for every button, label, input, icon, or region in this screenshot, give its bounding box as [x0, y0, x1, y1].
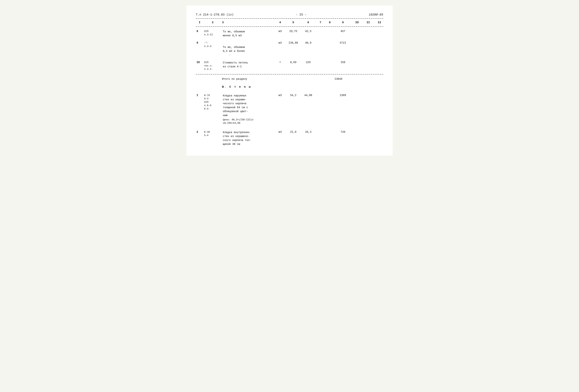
- row-8-val5: IO,75: [286, 29, 301, 33]
- row-8-val12: [374, 29, 385, 30]
- col-header-6: 6: [301, 21, 316, 24]
- row-s3-2-num: 2: [196, 130, 203, 134]
- row-s3-1-val8: [325, 93, 335, 94]
- row-10-desc: Стоимость петель из стали А-I: [222, 60, 275, 69]
- row-s3-1-code: 8-76 9-3 ССП п.6-6 6-4: [203, 93, 222, 111]
- row-8-num: 8: [196, 29, 203, 33]
- row-8-val11: [362, 29, 374, 30]
- row-9-val10: [351, 41, 362, 42]
- row-9-code: -"- п.3-3: [203, 41, 222, 49]
- row-10-val5: 0,69: [286, 60, 301, 64]
- col-header-3: 3: [222, 21, 275, 24]
- row-s3-1-unit: м3: [275, 93, 286, 97]
- row-s3-2-val7: [316, 130, 325, 131]
- top-dashed-line: [196, 18, 383, 19]
- row-8-desc: То же, объемом менее 0,5 м3: [222, 29, 275, 38]
- row-s3-1-val12: [374, 93, 385, 94]
- header-center: - I5 -: [296, 13, 307, 16]
- row-s3-2-unit: м3: [275, 130, 286, 134]
- col-header-1: I: [196, 21, 203, 24]
- row-s3-1-num: I: [196, 93, 203, 97]
- row-s3-1-val9: 2389: [335, 93, 351, 97]
- page-header: Т.п 214-1-270.83 (iv) - I5 - 19200-85: [196, 13, 383, 16]
- row-s3-1-val10: [351, 93, 362, 94]
- page-container: Т.п 214-1-270.83 (iv) - I5 - 19200-85 I …: [186, 6, 393, 156]
- mid-dashed-line: [196, 74, 383, 74]
- table-row: 9 -"- п.3-3 То же, объемом 0,5 м3 и боле…: [196, 40, 383, 59]
- row-8-val10: [351, 29, 362, 30]
- row-s3-2-val5: 2I,0: [286, 130, 301, 134]
- row-8-val9: 457: [335, 29, 351, 33]
- row-s3-1-val7: [316, 93, 325, 94]
- row-s3-1-note: Цена: 40,3+(I58-I22)х х0,I05=44,08: [223, 117, 274, 125]
- row-8-val8: [325, 29, 335, 30]
- col-header-5: 5: [286, 21, 301, 24]
- row-8-unit: м3: [275, 29, 286, 33]
- header-right: 19200-85: [369, 13, 383, 16]
- row-9-val12: [374, 41, 385, 42]
- row-10-val6: 229: [301, 60, 316, 64]
- row-10-val11: [362, 60, 374, 61]
- column-headers: I 2 3 4 5 6 7 8 9 IO II I2: [196, 20, 383, 25]
- row-10-code: ССП тех.ч. п.3.I.: [203, 60, 222, 71]
- col-header-11: II: [362, 21, 374, 24]
- table-row: I 8-76 9-3 ССП п.6-6 6-4 Кладка наружных…: [196, 92, 383, 127]
- row-9-unit: м3: [275, 41, 286, 45]
- row-s3-1-val11: [362, 93, 374, 94]
- table-row: 2 8-36 5-4 Кладка внутренних стен из кер…: [196, 129, 383, 148]
- section-3-title: Ш. С т е н ы: [196, 82, 383, 90]
- row-s3-2-val8: [325, 130, 335, 131]
- row-9-val6: 40,9: [301, 41, 316, 45]
- row-9-num: 9: [196, 41, 203, 45]
- row-9-val7: [316, 41, 325, 42]
- second-dashed-line: [196, 26, 383, 27]
- col-header-4: 4: [275, 21, 286, 24]
- total-label: Итого по разделу: [222, 77, 275, 80]
- row-s3-1-val6: 44,08: [301, 93, 316, 97]
- row-s3-2-desc: Кладка внутренних стен из керамиче- ског…: [222, 130, 275, 147]
- row-10-val9: I58: [335, 60, 351, 64]
- header-left: Т.п 214-1-270.83 (iv): [196, 13, 234, 16]
- row-9-val9: 572I: [335, 41, 351, 45]
- row-s3-2-code: 8-36 5-4: [203, 130, 222, 138]
- table-row: IO ССП тех.ч. п.3.I. Стоимость петель из…: [196, 59, 383, 73]
- row-s3-1-desc: Кладка наружных стен из керами- ческого …: [222, 93, 275, 125]
- row-9-val5: I39,88: [286, 41, 301, 45]
- col-header-2: 2: [203, 21, 222, 24]
- row-10-num: IO: [196, 60, 203, 64]
- row-10-val8: [325, 60, 335, 61]
- row-10-val12: [374, 60, 385, 61]
- row-9-val8: [325, 41, 335, 42]
- row-s3-2-val12: [374, 130, 385, 131]
- row-s3-2-val11: [362, 130, 374, 131]
- table-row: 8 ССП п.3-II То же, объемом менее 0,5 м3…: [196, 28, 383, 40]
- row-9-desc: То же, объемом 0,5 м3 и более ·: [222, 41, 275, 57]
- col-header-12: I2: [374, 21, 385, 24]
- row-8-val6: 42,5: [301, 29, 316, 33]
- row-s3-1-val5: 54,2: [286, 93, 301, 97]
- total-val9: I3049: [335, 77, 351, 80]
- col-header-7: 7: [316, 21, 325, 24]
- col-header-10: IO: [351, 21, 362, 24]
- row-8-val7: [316, 29, 325, 30]
- row-s3-2-val10: [351, 130, 362, 131]
- col-header-9: 9: [335, 21, 351, 24]
- row-s3-2-val6: 34,3: [301, 130, 316, 134]
- col-header-8: 8: [325, 21, 335, 24]
- row-10-val7: [316, 60, 325, 61]
- row-10-unit: т: [275, 60, 286, 64]
- row-s3-2-val9: 720: [335, 130, 351, 134]
- row-9-val11: [362, 41, 374, 42]
- row-8-code: ССП п.3-II: [203, 29, 222, 37]
- row-10-val10: [351, 60, 362, 61]
- total-row: Итого по разделу I3049: [196, 76, 383, 82]
